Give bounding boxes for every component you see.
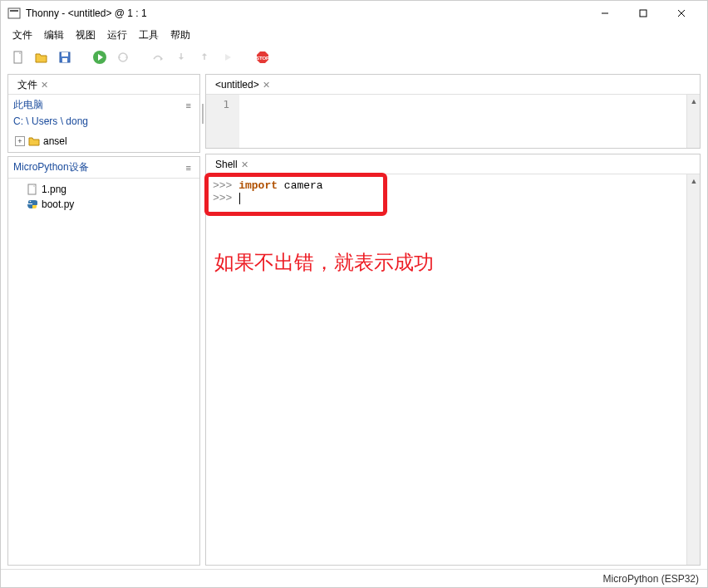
left-panel: 文件 ✕ 此电脑 ≡ C: \ Users \ dong + ansel bbox=[7, 74, 200, 566]
editor-scrollbar[interactable]: ▲ bbox=[686, 95, 700, 148]
shell-panel: Shell ✕ >>> import camera >>> 如果不出错，就表示成… bbox=[205, 154, 701, 566]
minimize-button[interactable] bbox=[586, 1, 624, 26]
shell-scrollbar[interactable]: ▲ bbox=[686, 174, 700, 565]
menubar: 文件 编辑 视图 运行 工具 帮助 bbox=[1, 26, 707, 44]
backend-label[interactable]: MicroPython (ESP32) bbox=[603, 573, 699, 585]
shell-tab-label: Shell bbox=[215, 159, 238, 170]
files-tab-label: 文件 bbox=[17, 78, 37, 92]
editor-panel: <untitled> ✕ 1 ▲ bbox=[205, 74, 701, 149]
step-out-button[interactable] bbox=[195, 48, 214, 66]
editor-body: 1 ▲ bbox=[206, 95, 700, 148]
toolbar: STOP bbox=[1, 44, 707, 71]
scroll-up-icon[interactable]: ▲ bbox=[687, 174, 701, 188]
new-file-button[interactable] bbox=[9, 48, 27, 66]
svg-rect-0 bbox=[8, 8, 20, 18]
stop-button[interactable]: STOP bbox=[253, 48, 272, 66]
device-panel: MicroPython设备 ≡ 1.png boot.py bbox=[7, 156, 200, 566]
svg-rect-1 bbox=[10, 10, 18, 12]
annotation-text: 如果不出错，就表示成功 bbox=[214, 249, 434, 276]
files-panel-header: 此电脑 ≡ bbox=[8, 95, 199, 115]
files-tab[interactable]: 文件 ✕ bbox=[12, 76, 54, 94]
menu-file[interactable]: 文件 bbox=[7, 27, 37, 44]
file-icon bbox=[27, 184, 38, 195]
maximize-button[interactable] bbox=[624, 1, 662, 26]
folder-item[interactable]: + ansel bbox=[10, 134, 198, 149]
files-tree: + ansel bbox=[8, 130, 199, 152]
debug-button[interactable] bbox=[114, 48, 132, 66]
editor-tabrow: <untitled> ✕ bbox=[206, 75, 700, 95]
shell-line: >>> import camera bbox=[213, 179, 680, 192]
svg-rect-8 bbox=[61, 52, 68, 56]
shell-text: camera bbox=[278, 179, 323, 192]
app-icon bbox=[7, 7, 21, 20]
expand-icon[interactable]: + bbox=[15, 136, 25, 146]
device-panel-title[interactable]: MicroPython设备 bbox=[13, 160, 89, 174]
right-panel: <untitled> ✕ 1 ▲ Shell ✕ bbox=[205, 74, 701, 566]
editor-tab-label: <untitled> bbox=[215, 79, 259, 91]
window-controls bbox=[586, 1, 701, 26]
shell-tabrow: Shell ✕ bbox=[206, 154, 700, 174]
files-panel-menu-icon[interactable]: ≡ bbox=[183, 100, 194, 110]
close-button[interactable] bbox=[662, 1, 701, 26]
this-computer-label[interactable]: 此电脑 bbox=[13, 98, 43, 112]
shell-body: >>> import camera >>> 如果不出错，就表示成功 ▲ bbox=[206, 174, 700, 565]
svg-point-17 bbox=[30, 201, 32, 203]
files-breadcrumb[interactable]: C: \ Users \ dong bbox=[8, 115, 199, 130]
shell-line: >>> bbox=[213, 192, 680, 204]
step-into-button[interactable] bbox=[172, 48, 190, 66]
editor-tab-close-icon[interactable]: ✕ bbox=[263, 80, 270, 91]
folder-icon bbox=[28, 135, 40, 147]
shell-keyword: import bbox=[238, 179, 278, 192]
step-over-button[interactable] bbox=[149, 48, 167, 66]
shell-prompt: >>> bbox=[213, 192, 238, 204]
line-number: 1 bbox=[209, 98, 229, 110]
editor-content[interactable] bbox=[239, 95, 686, 148]
scroll-up-icon[interactable]: ▲ bbox=[687, 95, 701, 108]
menu-view[interactable]: 视图 bbox=[71, 27, 101, 44]
device-panel-menu-icon[interactable]: ≡ bbox=[183, 163, 194, 173]
device-file-name: boot.py bbox=[42, 198, 74, 210]
shell-content[interactable]: >>> import camera >>> 如果不出错，就表示成功 bbox=[206, 174, 686, 565]
files-panel: 文件 ✕ 此电脑 ≡ C: \ Users \ dong + ansel bbox=[7, 74, 200, 153]
python-file-icon bbox=[27, 198, 38, 210]
window-title: Thonny - <untitled> @ 1 : 1 bbox=[26, 7, 586, 19]
editor-gutter: 1 bbox=[206, 95, 239, 148]
open-file-button[interactable] bbox=[32, 48, 51, 66]
files-tab-close-icon[interactable]: ✕ bbox=[41, 80, 48, 91]
device-file-item[interactable]: 1.png bbox=[10, 182, 198, 197]
folder-name: ansel bbox=[43, 135, 67, 147]
device-file-item[interactable]: boot.py bbox=[10, 197, 198, 212]
shell-tab-close-icon[interactable]: ✕ bbox=[241, 159, 248, 170]
editor-tab[interactable]: <untitled> ✕ bbox=[209, 76, 276, 92]
menu-run[interactable]: 运行 bbox=[102, 27, 132, 44]
menu-tools[interactable]: 工具 bbox=[134, 27, 164, 44]
run-button[interactable] bbox=[91, 48, 109, 66]
main-area: 文件 ✕ 此电脑 ≡ C: \ Users \ dong + ansel bbox=[1, 71, 707, 569]
svg-rect-9 bbox=[62, 58, 67, 62]
titlebar: Thonny - <untitled> @ 1 : 1 bbox=[1, 1, 707, 26]
menu-edit[interactable]: 编辑 bbox=[39, 27, 69, 44]
shell-prompt: >>> bbox=[213, 179, 238, 192]
shell-tab[interactable]: Shell ✕ bbox=[209, 156, 254, 172]
svg-rect-3 bbox=[640, 10, 647, 17]
device-file-list: 1.png boot.py bbox=[8, 179, 199, 215]
save-button[interactable] bbox=[56, 48, 74, 66]
svg-text:STOP: STOP bbox=[256, 56, 269, 61]
device-file-name: 1.png bbox=[42, 184, 66, 195]
files-panel-tabrow: 文件 ✕ bbox=[8, 75, 199, 95]
device-panel-header: MicroPython设备 ≡ bbox=[8, 157, 199, 179]
statusbar: MicroPython (ESP32) bbox=[1, 569, 707, 587]
resume-button[interactable] bbox=[219, 48, 237, 66]
menu-help[interactable]: 帮助 bbox=[165, 27, 195, 44]
shell-cursor bbox=[239, 193, 240, 204]
